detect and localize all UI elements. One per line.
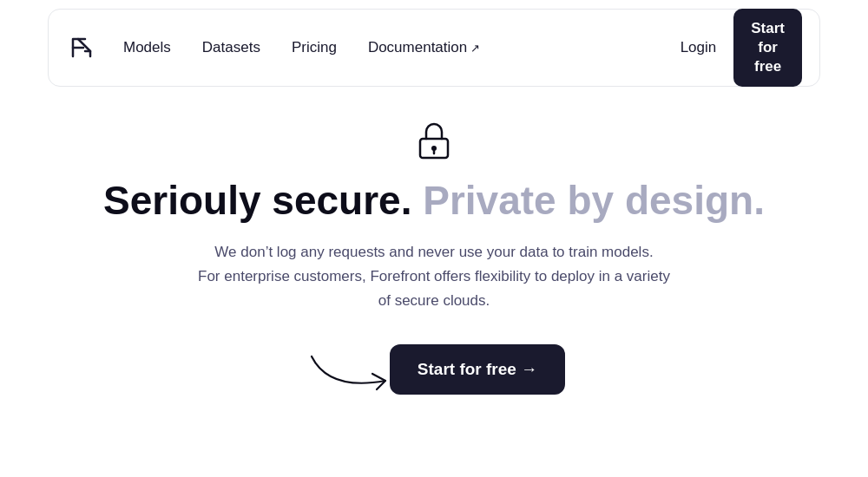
cta-area: Start for free → (303, 344, 565, 395)
nav-models[interactable]: Models (123, 39, 171, 56)
hero-headline: Seriouly secure. Private by design. (103, 179, 765, 223)
navigation: Models Datasets Pricing Documentation ↗ … (48, 9, 820, 87)
login-link[interactable]: Login (681, 39, 717, 56)
nav-datasets[interactable]: Datasets (202, 39, 260, 56)
start-free-button[interactable]: Startforfree (733, 9, 802, 87)
hero-cta-button[interactable]: Start for free → (390, 344, 565, 395)
logo[interactable] (66, 32, 97, 63)
headline-bold: Seriouly secure. (103, 178, 411, 223)
hero-subtitle: We don’t log any requests and never use … (198, 240, 670, 313)
curved-arrow-icon (303, 348, 398, 391)
nav-actions: Login Startforfree (681, 9, 802, 87)
nav-links: Models Datasets Pricing Documentation ↗ (123, 39, 681, 56)
hero-section: Seriouly secure. Private by design. We d… (0, 118, 868, 395)
lock-icon (411, 118, 457, 163)
logo-icon (66, 32, 97, 63)
nav-pricing[interactable]: Pricing (292, 39, 337, 56)
external-link-icon: ↗ (470, 42, 480, 55)
nav-documentation[interactable]: Documentation ↗ (368, 39, 480, 56)
headline-light: Private by design. (411, 178, 764, 223)
